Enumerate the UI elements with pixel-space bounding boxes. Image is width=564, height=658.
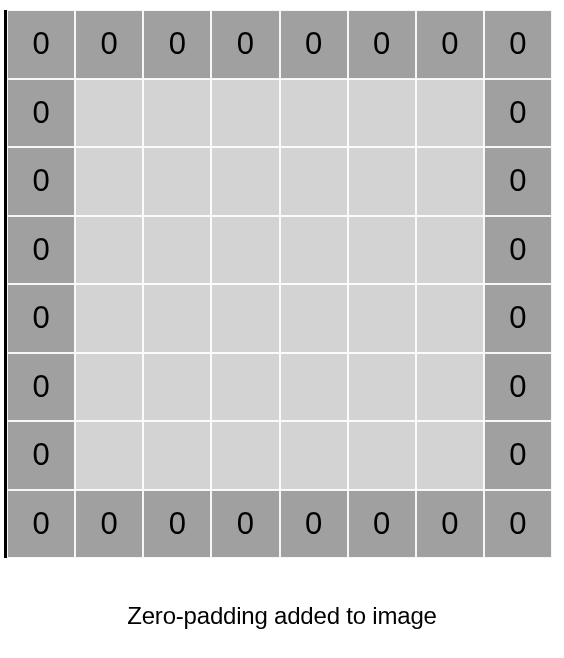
image-cell <box>348 284 416 353</box>
image-cell <box>280 284 348 353</box>
image-cell <box>280 421 348 490</box>
image-cell <box>416 421 484 490</box>
image-cell <box>75 216 143 285</box>
image-cell <box>280 147 348 216</box>
padding-cell: 0 <box>7 421 75 490</box>
image-cell <box>211 79 279 148</box>
padding-cell: 0 <box>484 353 552 422</box>
image-cell <box>75 79 143 148</box>
image-cell <box>280 353 348 422</box>
padding-cell: 0 <box>484 10 552 79</box>
image-cell <box>348 421 416 490</box>
padding-cell: 0 <box>348 10 416 79</box>
image-cell <box>75 284 143 353</box>
image-cell <box>143 353 211 422</box>
image-cell <box>211 216 279 285</box>
padding-cell: 0 <box>7 284 75 353</box>
image-cell <box>416 79 484 148</box>
padding-cell: 0 <box>143 10 211 79</box>
padding-cell: 0 <box>484 216 552 285</box>
padding-cell: 0 <box>211 10 279 79</box>
image-cell <box>75 353 143 422</box>
padding-cell: 0 <box>143 490 211 559</box>
padding-cell: 0 <box>348 490 416 559</box>
image-cell <box>75 421 143 490</box>
image-cell <box>416 147 484 216</box>
image-cell <box>416 353 484 422</box>
image-cell <box>280 216 348 285</box>
image-cell <box>280 79 348 148</box>
image-cell <box>143 79 211 148</box>
image-cell <box>75 147 143 216</box>
padding-cell: 0 <box>211 490 279 559</box>
padding-cell: 0 <box>484 284 552 353</box>
image-cell <box>348 79 416 148</box>
image-cell <box>416 216 484 285</box>
padding-cell: 0 <box>7 216 75 285</box>
image-cell <box>348 353 416 422</box>
image-cell <box>143 216 211 285</box>
padding-cell: 0 <box>7 10 75 79</box>
image-cell <box>211 353 279 422</box>
image-cell <box>211 147 279 216</box>
padding-cell: 0 <box>280 490 348 559</box>
padding-cell: 0 <box>75 490 143 559</box>
padding-cell: 0 <box>7 147 75 216</box>
image-cell <box>348 147 416 216</box>
zero-padding-diagram: 0000000000000000000000000000 <box>4 10 552 558</box>
padding-cell: 0 <box>7 79 75 148</box>
image-cell <box>348 216 416 285</box>
padding-cell: 0 <box>484 490 552 559</box>
padding-cell: 0 <box>484 421 552 490</box>
image-grid: 0000000000000000000000000000 <box>7 10 552 558</box>
image-cell <box>143 147 211 216</box>
image-cell <box>143 284 211 353</box>
image-cell <box>416 284 484 353</box>
image-cell <box>211 421 279 490</box>
padding-cell: 0 <box>280 10 348 79</box>
diagram-caption: Zero-padding added to image <box>0 602 564 630</box>
image-cell <box>211 284 279 353</box>
padding-cell: 0 <box>416 490 484 559</box>
padding-cell: 0 <box>484 147 552 216</box>
image-cell <box>143 421 211 490</box>
padding-cell: 0 <box>484 79 552 148</box>
padding-cell: 0 <box>75 10 143 79</box>
padding-cell: 0 <box>7 353 75 422</box>
padding-cell: 0 <box>7 490 75 559</box>
padding-cell: 0 <box>416 10 484 79</box>
